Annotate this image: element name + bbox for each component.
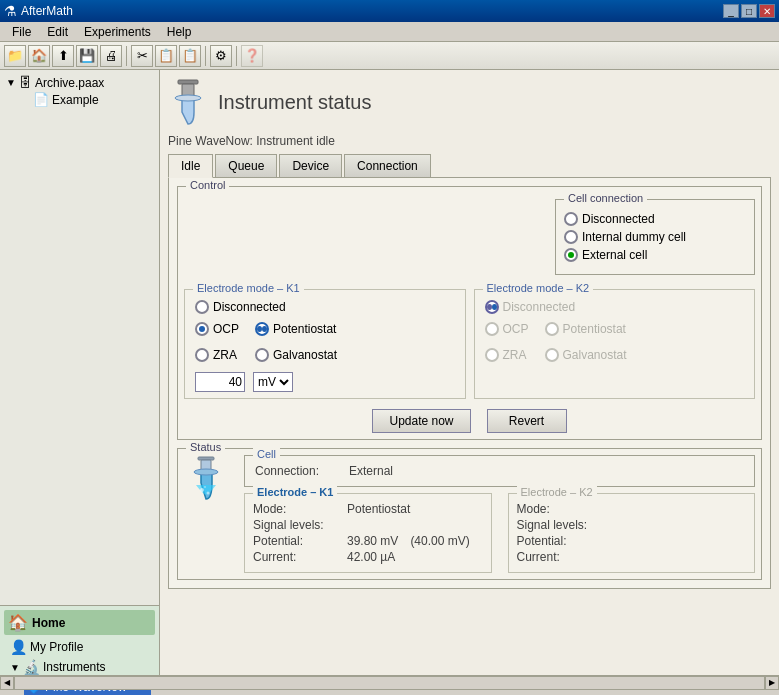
k1-ocp-radio[interactable]	[195, 322, 209, 336]
app-title: AfterMath	[21, 4, 73, 18]
menubar: File Edit Experiments Help	[0, 22, 779, 42]
k1-potentiostat-row: Potentiostat	[255, 322, 337, 336]
electrode-k2-title: Electrode mode – K2	[483, 282, 594, 294]
scroll-right-btn[interactable]: ▶	[765, 676, 779, 690]
minimize-button[interactable]: _	[723, 4, 739, 18]
k1-galvanostat-radio[interactable]	[255, 348, 269, 362]
k2-mode-label: Mode:	[517, 502, 607, 516]
k1-unit-select[interactable]: mV V µV	[253, 372, 293, 392]
k1-zra-radio[interactable]	[195, 348, 209, 362]
k2-mode-row: Mode:	[517, 502, 747, 516]
k1-galvanostat-label: Galvanostat	[273, 348, 337, 362]
nav-myprofile[interactable]: 👤 My Profile	[8, 637, 151, 657]
k1-disconnected-radio[interactable]	[195, 300, 209, 314]
k2-zra-row: ZRA	[485, 348, 529, 362]
cell-connection-title: Cell connection	[564, 192, 647, 204]
toolbar-paste[interactable]: 📋	[179, 45, 201, 67]
electrode-status-row: Electrode – K1 Mode: Potentiostat Signal…	[244, 493, 755, 573]
k2-disconnected-radio[interactable]	[485, 300, 499, 314]
k1-left-options: OCP ZRA	[195, 318, 239, 366]
internal-dummy-radio[interactable]	[564, 230, 578, 244]
external-cell-radio[interactable]	[564, 248, 578, 262]
k1-signal-row: Signal levels:	[253, 518, 483, 532]
toolbar: 📁 🏠 ⬆ 💾 🖨 ✂ 📋 📋 ⚙ ❓	[0, 42, 779, 70]
connection-value: External	[349, 464, 393, 478]
nav-home[interactable]: 🏠 Home	[4, 610, 155, 635]
menu-file[interactable]: File	[4, 23, 39, 41]
k1-mode-value: Potentiostat	[347, 502, 410, 516]
update-now-button[interactable]: Update now	[372, 409, 470, 433]
expand-icon: ▼	[10, 662, 20, 673]
k1-value-input[interactable]	[195, 372, 245, 392]
tab-device[interactable]: Device	[279, 154, 342, 177]
external-cell-radio-row: External cell	[564, 248, 746, 262]
toolbar-print[interactable]: 🖨	[100, 45, 122, 67]
toolbar-copy[interactable]: 📋	[155, 45, 177, 67]
nav-instruments-label: Instruments	[43, 660, 106, 674]
app-icon: ⚗	[4, 3, 17, 19]
external-cell-label: External cell	[582, 248, 647, 262]
action-buttons: Update now Revert	[184, 409, 755, 433]
nav-home-label: Home	[32, 616, 65, 630]
k1-galvanostat-row: Galvanostat	[255, 348, 337, 362]
scrollbar-area: ◀ ▶	[0, 675, 779, 689]
electrode-k2-section: Electrode mode – K2 Disconnected OCP	[474, 289, 756, 399]
svg-point-6	[200, 488, 204, 492]
svg-point-2	[175, 95, 201, 101]
toolbar-up[interactable]: ⬆	[52, 45, 74, 67]
home-icon: 🏠	[8, 613, 28, 632]
k1-disconnected-label: Disconnected	[213, 300, 286, 314]
tree-item-example[interactable]: 📄 Example	[18, 91, 155, 108]
toolbar-settings[interactable]: ⚙	[210, 45, 232, 67]
connection-row: Connection: External	[255, 464, 744, 478]
k1-current-value: 42.00 µA	[347, 550, 395, 564]
k2-ocp-radio	[485, 322, 499, 336]
status-flask-icon	[184, 455, 228, 510]
k1-signal-label: Signal levels:	[253, 518, 343, 532]
electrode-k1-status: Electrode – K1 Mode: Potentiostat Signal…	[244, 493, 492, 573]
nav-instruments[interactable]: ▼ 🔬 Instruments	[8, 657, 151, 677]
myprofile-icon: 👤	[10, 639, 27, 655]
electrode-k1-title: Electrode mode – K1	[193, 282, 304, 294]
k1-current-label: Current:	[253, 550, 343, 564]
close-button[interactable]: ✕	[759, 4, 775, 18]
revert-button[interactable]: Revert	[487, 409, 567, 433]
tab-connection[interactable]: Connection	[344, 154, 431, 177]
k1-potentiostat-radio[interactable]	[255, 322, 269, 336]
nav-bar: 🏠 Home 👤 My Profile ▼ 🔬 Instruments 🔷 Pi…	[0, 605, 159, 675]
toolbar-home[interactable]: 🏠	[28, 45, 50, 67]
k2-ocp-pot-row: OCP ZRA Potentiostat	[485, 318, 745, 366]
k2-ocp-row: OCP	[485, 322, 529, 336]
toolbar-open[interactable]: 📁	[4, 45, 26, 67]
k2-potentiostat-label: Potentiostat	[563, 322, 626, 336]
titlebar-controls: _ □ ✕	[723, 4, 775, 18]
maximize-button[interactable]: □	[741, 4, 757, 18]
scroll-track[interactable]	[14, 676, 765, 690]
instrument-icon	[168, 78, 208, 126]
k1-zra-label: ZRA	[213, 348, 237, 362]
tree-item-archive[interactable]: ▼ 🗄 Archive.paax	[4, 74, 155, 91]
k1-ocp-pot-row: OCP ZRA Potentiostat	[195, 318, 455, 366]
k2-galvanostat-row: Galvanostat	[545, 348, 627, 362]
disconnected-radio-row: Disconnected	[564, 212, 746, 226]
scroll-left-btn[interactable]: ◀	[0, 676, 14, 690]
toolbar-sep1	[126, 46, 127, 66]
toolbar-save[interactable]: 💾	[76, 45, 98, 67]
k2-ocp-label: OCP	[503, 322, 529, 336]
menu-help[interactable]: Help	[159, 23, 200, 41]
tab-queue[interactable]: Queue	[215, 154, 277, 177]
tree-expand-icon: ▼	[6, 77, 16, 88]
disconnected-radio[interactable]	[564, 212, 578, 226]
tab-idle[interactable]: Idle	[168, 154, 213, 178]
titlebar: ⚗ AfterMath _ □ ✕	[0, 0, 779, 22]
instrument-svg	[168, 78, 208, 126]
toolbar-cut[interactable]: ✂	[131, 45, 153, 67]
tree-area: ▼ 🗄 Archive.paax 📄 Example	[0, 70, 159, 605]
toolbar-help[interactable]: ❓	[241, 45, 263, 67]
electrode-k2-status-title: Electrode – K2	[517, 486, 597, 498]
menu-experiments[interactable]: Experiments	[76, 23, 159, 41]
menu-edit[interactable]: Edit	[39, 23, 76, 41]
instrument-header: Instrument status	[168, 78, 771, 126]
k2-potentiostat-radio	[545, 322, 559, 336]
k2-galvanostat-radio	[545, 348, 559, 362]
